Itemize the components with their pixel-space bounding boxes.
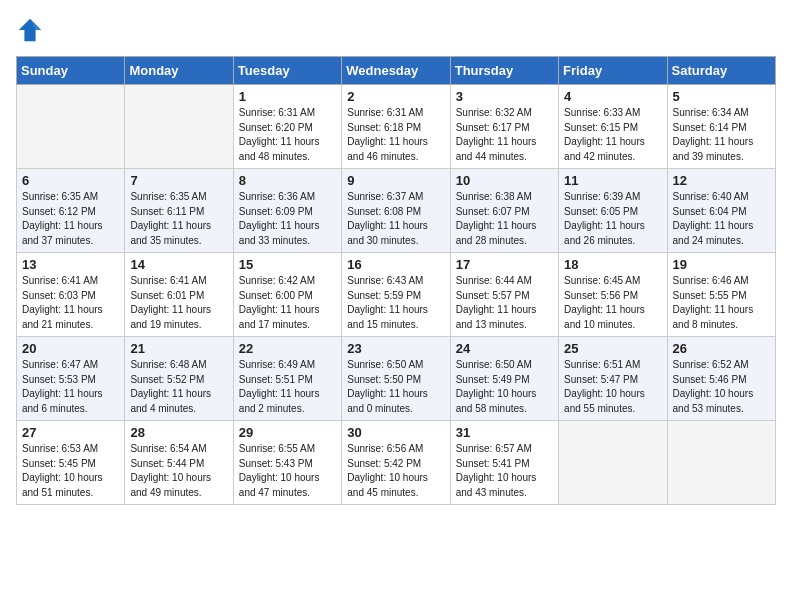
day-details: Sunrise: 6:47 AM Sunset: 5:53 PM Dayligh… (22, 358, 119, 416)
day-details: Sunrise: 6:31 AM Sunset: 6:20 PM Dayligh… (239, 106, 336, 164)
day-number: 4 (564, 89, 661, 104)
day-details: Sunrise: 6:35 AM Sunset: 6:12 PM Dayligh… (22, 190, 119, 248)
calendar-day-cell: 16Sunrise: 6:43 AM Sunset: 5:59 PM Dayli… (342, 253, 450, 337)
day-number: 26 (673, 341, 770, 356)
day-details: Sunrise: 6:56 AM Sunset: 5:42 PM Dayligh… (347, 442, 444, 500)
calendar-day-cell: 8Sunrise: 6:36 AM Sunset: 6:09 PM Daylig… (233, 169, 341, 253)
day-number: 25 (564, 341, 661, 356)
day-details: Sunrise: 6:50 AM Sunset: 5:49 PM Dayligh… (456, 358, 553, 416)
day-details: Sunrise: 6:53 AM Sunset: 5:45 PM Dayligh… (22, 442, 119, 500)
calendar-day-cell: 14Sunrise: 6:41 AM Sunset: 6:01 PM Dayli… (125, 253, 233, 337)
weekday-header-tuesday: Tuesday (233, 57, 341, 85)
day-number: 3 (456, 89, 553, 104)
calendar-day-cell: 22Sunrise: 6:49 AM Sunset: 5:51 PM Dayli… (233, 337, 341, 421)
day-details: Sunrise: 6:48 AM Sunset: 5:52 PM Dayligh… (130, 358, 227, 416)
day-details: Sunrise: 6:38 AM Sunset: 6:07 PM Dayligh… (456, 190, 553, 248)
day-details: Sunrise: 6:44 AM Sunset: 5:57 PM Dayligh… (456, 274, 553, 332)
weekday-header-saturday: Saturday (667, 57, 775, 85)
day-details: Sunrise: 6:39 AM Sunset: 6:05 PM Dayligh… (564, 190, 661, 248)
day-details: Sunrise: 6:54 AM Sunset: 5:44 PM Dayligh… (130, 442, 227, 500)
calendar-day-cell: 17Sunrise: 6:44 AM Sunset: 5:57 PM Dayli… (450, 253, 558, 337)
calendar-day-cell (667, 421, 775, 505)
calendar-day-cell: 12Sunrise: 6:40 AM Sunset: 6:04 PM Dayli… (667, 169, 775, 253)
day-number: 12 (673, 173, 770, 188)
calendar-week-row: 20Sunrise: 6:47 AM Sunset: 5:53 PM Dayli… (17, 337, 776, 421)
day-number: 17 (456, 257, 553, 272)
day-number: 5 (673, 89, 770, 104)
calendar-day-cell: 30Sunrise: 6:56 AM Sunset: 5:42 PM Dayli… (342, 421, 450, 505)
day-details: Sunrise: 6:35 AM Sunset: 6:11 PM Dayligh… (130, 190, 227, 248)
calendar-day-cell: 5Sunrise: 6:34 AM Sunset: 6:14 PM Daylig… (667, 85, 775, 169)
calendar-day-cell: 23Sunrise: 6:50 AM Sunset: 5:50 PM Dayli… (342, 337, 450, 421)
calendar-day-cell: 7Sunrise: 6:35 AM Sunset: 6:11 PM Daylig… (125, 169, 233, 253)
day-details: Sunrise: 6:42 AM Sunset: 6:00 PM Dayligh… (239, 274, 336, 332)
page-header (16, 16, 776, 44)
day-details: Sunrise: 6:46 AM Sunset: 5:55 PM Dayligh… (673, 274, 770, 332)
calendar-day-cell: 29Sunrise: 6:55 AM Sunset: 5:43 PM Dayli… (233, 421, 341, 505)
weekday-header-friday: Friday (559, 57, 667, 85)
day-number: 15 (239, 257, 336, 272)
calendar-day-cell: 9Sunrise: 6:37 AM Sunset: 6:08 PM Daylig… (342, 169, 450, 253)
day-number: 16 (347, 257, 444, 272)
calendar-week-row: 13Sunrise: 6:41 AM Sunset: 6:03 PM Dayli… (17, 253, 776, 337)
day-details: Sunrise: 6:55 AM Sunset: 5:43 PM Dayligh… (239, 442, 336, 500)
day-details: Sunrise: 6:57 AM Sunset: 5:41 PM Dayligh… (456, 442, 553, 500)
day-number: 22 (239, 341, 336, 356)
calendar-day-cell: 18Sunrise: 6:45 AM Sunset: 5:56 PM Dayli… (559, 253, 667, 337)
day-number: 18 (564, 257, 661, 272)
calendar-day-cell (125, 85, 233, 169)
day-number: 21 (130, 341, 227, 356)
calendar-day-cell: 2Sunrise: 6:31 AM Sunset: 6:18 PM Daylig… (342, 85, 450, 169)
day-details: Sunrise: 6:41 AM Sunset: 6:01 PM Dayligh… (130, 274, 227, 332)
day-details: Sunrise: 6:40 AM Sunset: 6:04 PM Dayligh… (673, 190, 770, 248)
calendar-day-cell: 6Sunrise: 6:35 AM Sunset: 6:12 PM Daylig… (17, 169, 125, 253)
day-number: 8 (239, 173, 336, 188)
calendar-week-row: 1Sunrise: 6:31 AM Sunset: 6:20 PM Daylig… (17, 85, 776, 169)
calendar-day-cell: 20Sunrise: 6:47 AM Sunset: 5:53 PM Dayli… (17, 337, 125, 421)
day-number: 31 (456, 425, 553, 440)
day-details: Sunrise: 6:41 AM Sunset: 6:03 PM Dayligh… (22, 274, 119, 332)
logo (16, 16, 48, 44)
day-number: 7 (130, 173, 227, 188)
day-details: Sunrise: 6:33 AM Sunset: 6:15 PM Dayligh… (564, 106, 661, 164)
calendar-day-cell: 4Sunrise: 6:33 AM Sunset: 6:15 PM Daylig… (559, 85, 667, 169)
logo-icon (16, 16, 44, 44)
calendar-day-cell: 15Sunrise: 6:42 AM Sunset: 6:00 PM Dayli… (233, 253, 341, 337)
day-number: 23 (347, 341, 444, 356)
day-details: Sunrise: 6:50 AM Sunset: 5:50 PM Dayligh… (347, 358, 444, 416)
calendar-day-cell (17, 85, 125, 169)
calendar-day-cell: 1Sunrise: 6:31 AM Sunset: 6:20 PM Daylig… (233, 85, 341, 169)
day-number: 27 (22, 425, 119, 440)
day-number: 1 (239, 89, 336, 104)
calendar-day-cell: 10Sunrise: 6:38 AM Sunset: 6:07 PM Dayli… (450, 169, 558, 253)
day-details: Sunrise: 6:36 AM Sunset: 6:09 PM Dayligh… (239, 190, 336, 248)
weekday-header-sunday: Sunday (17, 57, 125, 85)
day-number: 9 (347, 173, 444, 188)
day-details: Sunrise: 6:43 AM Sunset: 5:59 PM Dayligh… (347, 274, 444, 332)
day-details: Sunrise: 6:37 AM Sunset: 6:08 PM Dayligh… (347, 190, 444, 248)
day-details: Sunrise: 6:52 AM Sunset: 5:46 PM Dayligh… (673, 358, 770, 416)
weekday-header-monday: Monday (125, 57, 233, 85)
day-number: 24 (456, 341, 553, 356)
calendar-day-cell: 24Sunrise: 6:50 AM Sunset: 5:49 PM Dayli… (450, 337, 558, 421)
day-details: Sunrise: 6:34 AM Sunset: 6:14 PM Dayligh… (673, 106, 770, 164)
calendar-day-cell: 25Sunrise: 6:51 AM Sunset: 5:47 PM Dayli… (559, 337, 667, 421)
day-number: 10 (456, 173, 553, 188)
day-number: 20 (22, 341, 119, 356)
day-number: 14 (130, 257, 227, 272)
day-number: 29 (239, 425, 336, 440)
calendar-day-cell: 13Sunrise: 6:41 AM Sunset: 6:03 PM Dayli… (17, 253, 125, 337)
calendar-week-row: 6Sunrise: 6:35 AM Sunset: 6:12 PM Daylig… (17, 169, 776, 253)
weekday-header-row: SundayMondayTuesdayWednesdayThursdayFrid… (17, 57, 776, 85)
day-details: Sunrise: 6:32 AM Sunset: 6:17 PM Dayligh… (456, 106, 553, 164)
day-number: 28 (130, 425, 227, 440)
weekday-header-wednesday: Wednesday (342, 57, 450, 85)
calendar-day-cell (559, 421, 667, 505)
weekday-header-thursday: Thursday (450, 57, 558, 85)
calendar-day-cell: 26Sunrise: 6:52 AM Sunset: 5:46 PM Dayli… (667, 337, 775, 421)
day-details: Sunrise: 6:51 AM Sunset: 5:47 PM Dayligh… (564, 358, 661, 416)
day-details: Sunrise: 6:49 AM Sunset: 5:51 PM Dayligh… (239, 358, 336, 416)
day-number: 11 (564, 173, 661, 188)
day-number: 2 (347, 89, 444, 104)
calendar-day-cell: 27Sunrise: 6:53 AM Sunset: 5:45 PM Dayli… (17, 421, 125, 505)
